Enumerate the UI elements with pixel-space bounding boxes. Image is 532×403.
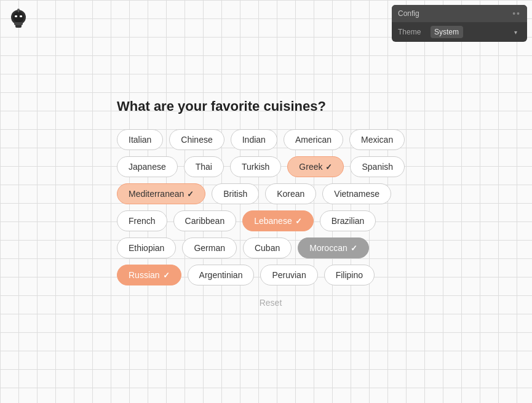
chip-label: Greek — [299, 162, 322, 172]
chip-checkmark: ✓ — [187, 190, 194, 199]
cuisine-chip-turkish[interactable]: Turkish — [230, 156, 281, 177]
chip-label: American — [295, 135, 332, 145]
theme-label: Theme — [398, 28, 426, 36]
chip-checkmark: ✓ — [295, 217, 302, 226]
cuisine-chip-ethiopian[interactable]: Ethiopian — [117, 237, 176, 258]
chip-label: Italian — [129, 135, 151, 145]
svg-point-5 — [17, 9, 20, 11]
cuisine-chip-thai[interactable]: Thai — [184, 156, 224, 177]
chip-label: Brazilian — [332, 216, 365, 226]
cuisine-chip-japanese[interactable]: Japanese — [117, 156, 178, 177]
chip-label: Vietnamese — [334, 189, 379, 199]
chip-label: Chinese — [181, 135, 212, 145]
config-panel: Config •• Theme System Light Dark — [392, 5, 527, 42]
chip-label: Cuban — [255, 243, 280, 253]
question-title: What are your favorite cuisines? — [117, 98, 424, 114]
cuisine-chip-moroccan[interactable]: Moroccan✓ — [298, 237, 368, 258]
chip-label: Filipino — [336, 270, 363, 280]
chip-label: Mediterranean — [129, 189, 184, 199]
chip-checkmark: ✓ — [351, 244, 357, 253]
chip-label: Korean — [277, 189, 304, 199]
chip-label: Japanese — [129, 162, 166, 172]
cuisine-chip-peruvian[interactable]: Peruvian — [260, 265, 317, 285]
cuisine-chip-greek[interactable]: Greek✓ — [287, 156, 344, 177]
chip-label: Indian — [242, 135, 266, 145]
chip-label: Spanish — [362, 162, 393, 172]
theme-select-wrapper[interactable]: System Light Dark — [431, 26, 521, 38]
cuisine-chip-german[interactable]: German — [182, 237, 237, 258]
cuisine-chip-caribbean[interactable]: Caribbean — [173, 210, 237, 231]
cuisine-chip-french[interactable]: French — [117, 210, 167, 231]
config-dots: •• — [512, 9, 521, 18]
chip-label: Caribbean — [185, 216, 225, 226]
chip-label: Mexican — [361, 135, 393, 145]
chip-label: Argentinian — [199, 270, 243, 280]
chip-label: Russian — [129, 270, 160, 280]
cuisine-chip-british[interactable]: British — [212, 183, 259, 204]
cuisine-chip-cuban[interactable]: Cuban — [243, 237, 292, 258]
chip-label: British — [223, 189, 247, 199]
cuisine-chip-mexican[interactable]: Mexican — [349, 129, 405, 150]
config-row: Theme System Light Dark — [392, 22, 527, 42]
chip-label: Thai — [196, 162, 212, 172]
cuisine-grid: ItalianChineseIndianAmericanMexicanJapan… — [117, 129, 424, 285]
chip-checkmark: ✓ — [163, 271, 170, 280]
chip-label: Peruvian — [272, 270, 306, 280]
chip-label: Moroccan — [309, 243, 347, 253]
config-title: Config — [398, 9, 419, 18]
svg-rect-7 — [14, 22, 23, 25]
cuisine-chip-spanish[interactable]: Spanish — [350, 156, 405, 177]
top-bar — [0, 0, 37, 37]
main-content: What are your favorite cuisines? Italian… — [117, 98, 424, 308]
cuisine-chip-italian[interactable]: Italian — [117, 129, 163, 150]
cuisine-chip-filipino[interactable]: Filipino — [324, 265, 375, 285]
cuisine-chip-russian[interactable]: Russian✓ — [117, 265, 181, 285]
cuisine-chip-argentinian[interactable]: Argentinian — [188, 265, 255, 285]
cuisine-chip-brazilian[interactable]: Brazilian — [320, 210, 376, 231]
svg-rect-2 — [15, 15, 17, 17]
chip-label: Turkish — [242, 162, 269, 172]
cuisine-chip-american[interactable]: American — [284, 129, 343, 150]
cuisine-chip-indian[interactable]: Indian — [231, 129, 277, 150]
cuisine-chip-vietnamese[interactable]: Vietnamese — [322, 183, 391, 204]
app-logo — [7, 7, 30, 30]
svg-rect-3 — [20, 15, 22, 17]
reset-button[interactable]: Reset — [117, 298, 424, 308]
chip-label: Ethiopian — [129, 243, 164, 253]
svg-point-1 — [13, 12, 24, 23]
cuisine-chip-mediterranean[interactable]: Mediterranean✓ — [117, 183, 205, 204]
chip-label: French — [129, 216, 156, 226]
cuisine-chip-lebanese[interactable]: Lebanese✓ — [242, 210, 314, 231]
theme-select[interactable]: System Light Dark — [431, 26, 463, 38]
chip-checkmark: ✓ — [325, 162, 332, 172]
chip-label: Lebanese — [254, 216, 292, 226]
chip-label: German — [194, 243, 225, 253]
config-header: Config •• — [392, 5, 527, 22]
cuisine-chip-chinese[interactable]: Chinese — [169, 129, 224, 150]
cuisine-chip-korean[interactable]: Korean — [265, 183, 316, 204]
